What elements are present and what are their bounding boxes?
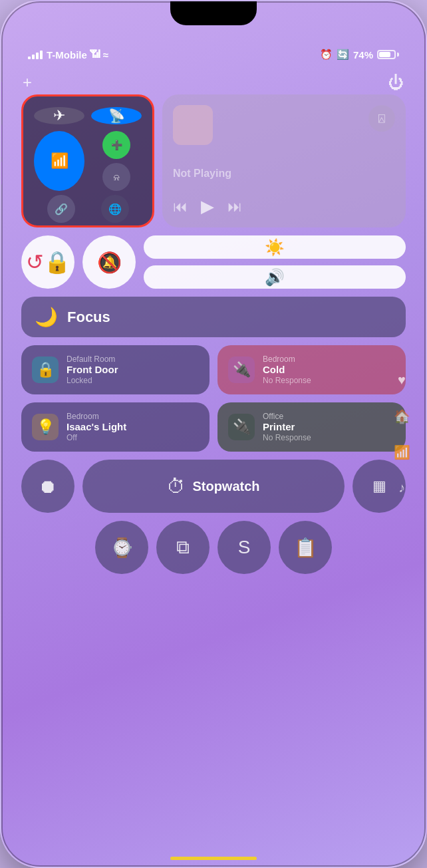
bedroom-cold-text: Bedroom Cold No Response — [263, 355, 395, 385]
brightness-icon: ☀️ — [265, 238, 285, 257]
bottom-row-1: ⏺ ⏱ Stopwatch ▦ — [21, 460, 406, 513]
media-tile[interactable]: ⍓ Not Playing ⏮ ▶ ⏭ — [162, 94, 406, 227]
wifi-button[interactable]: 📶 — [34, 131, 84, 191]
focus-label: Focus — [67, 309, 110, 326]
bedroom-light-room: Bedroom — [67, 412, 199, 421]
wifi-icon: 📶︎ — [90, 49, 100, 61]
airplay-icon: ⍓ — [378, 112, 385, 124]
stopwatch-button[interactable]: ⏱ Stopwatch — [82, 460, 345, 513]
bluetooth-icon: ⍾ — [114, 172, 119, 182]
front-door-icon: 🔒 — [32, 357, 59, 383]
silent-mode-button[interactable]: 🔕 — [82, 235, 136, 289]
airplane-icon: ✈ — [53, 107, 65, 124]
volume-slider[interactable]: 🔊 — [144, 265, 406, 289]
media-prev-button[interactable]: ⏮ — [173, 198, 188, 216]
media-next-button[interactable]: ⏭ — [227, 198, 242, 216]
front-door-name: Front Door — [67, 364, 199, 376]
lock-rotation-icon: 🔄 — [337, 49, 349, 61]
right-floating-sidebar: ♥ 🏠 📶 ♪ — [390, 368, 414, 500]
battery-tip — [397, 53, 399, 57]
volume-icon: 🔊 — [265, 268, 285, 287]
row-1: ✈ 📡 📶 ➕ ⍾ — [21, 94, 406, 227]
office-printer-icon: 🔌 — [228, 414, 255, 440]
bedroom-light-icon: 💡 — [32, 414, 59, 440]
office-printer-text: Office Printer No Response — [263, 412, 395, 442]
status-right: ⏰ 🔄 74% — [320, 49, 399, 61]
wifi-conn-icon: 📶 — [51, 152, 69, 170]
home-indicator — [170, 857, 257, 860]
shazam-button[interactable]: S — [217, 521, 271, 574]
airdrop-button[interactable]: 📡 — [91, 107, 142, 124]
rotation-lock-button[interactable]: ↺🔒 — [21, 235, 74, 289]
carrier-label: T-Mobile — [47, 49, 87, 61]
focus-tile[interactable]: 🌙 Focus — [21, 297, 406, 337]
media-controls: ⏮ ▶ ⏭ — [173, 196, 395, 217]
status-left: T-Mobile 📶︎ ≈ — [28, 49, 108, 61]
battery-body — [377, 50, 396, 59]
media-album-art — [173, 105, 213, 145]
focus-link-button[interactable]: 🔗 — [47, 195, 75, 223]
office-printer-status: No Response — [263, 433, 395, 442]
cellular-float-button[interactable]: 📶 — [390, 440, 414, 464]
screen-record-icon: ⏺ — [39, 476, 57, 498]
vpn-button[interactable]: 🌐 — [101, 195, 129, 223]
battery-indicator — [377, 50, 399, 59]
rotation-lock-icon: ↺🔒 — [26, 249, 71, 275]
mirror-icon: ⧉ — [176, 537, 190, 559]
office-printer-tile[interactable]: 🔌 Office Printer No Response — [217, 402, 406, 452]
focus-link-icon: 🔗 — [55, 203, 68, 216]
bluetooth-button[interactable]: ⍾ — [102, 163, 130, 191]
alarm-icon: ⏰ — [320, 49, 333, 61]
bedroom-cold-status: No Response — [263, 376, 395, 385]
add-control-button[interactable]: + — [23, 73, 32, 92]
signal-bars — [28, 51, 43, 59]
screen-record-button[interactable]: ⏺ — [21, 460, 74, 513]
shazam-icon: S — [238, 537, 251, 558]
bedroom-light-name: Isaac's Light — [67, 421, 199, 433]
stopwatch-icon: ⏱ — [167, 476, 186, 498]
media-top: ⍓ — [173, 105, 395, 145]
vpn-icon: 🌐 — [108, 203, 122, 216]
battery-fill — [379, 52, 390, 57]
bedroom-light-tile[interactable]: 💡 Bedroom Isaac's Light Off — [21, 402, 210, 452]
battery-pct-label: 74% — [353, 49, 373, 61]
music-icon: ♪ — [398, 480, 405, 496]
mirror-button[interactable]: ⧉ — [156, 521, 210, 574]
cellular-float-icon: 📶 — [394, 444, 410, 460]
home-row-1: 🔒 Default Room Front Door Locked 🔌 Bedro… — [21, 345, 406, 394]
health-icon: ♥ — [398, 372, 406, 388]
qr-icon: ▦ — [372, 478, 386, 495]
media-play-button[interactable]: ▶ — [201, 196, 214, 217]
bedroom-cold-name: Cold — [263, 364, 395, 376]
bedroom-cold-room: Bedroom — [263, 355, 395, 364]
front-door-room: Default Room — [67, 355, 199, 364]
airplay-button[interactable]: ⍓ — [368, 105, 395, 132]
phone-frame: T-Mobile 📶︎ ≈ ⏰ 🔄 74% + ⏻ — [0, 0, 427, 868]
health-button[interactable]: ♥ — [390, 368, 414, 392]
bottom-row-2: ⌚ ⧉ S 📋 — [21, 521, 406, 574]
top-controls-row: + ⏻ — [16, 73, 411, 92]
home-front-door-tile[interactable]: 🔒 Default Room Front Door Locked — [21, 345, 210, 394]
signal-bar-3 — [36, 53, 39, 59]
power-button[interactable]: ⏻ — [388, 73, 404, 92]
cellular-button[interactable]: ➕ — [102, 131, 130, 159]
media-title-label: Not Playing — [173, 168, 395, 180]
home-app-button[interactable]: 🏠 — [390, 404, 414, 428]
notch — [170, 1, 257, 25]
connectivity-tile: ✈ 📡 📶 ➕ ⍾ — [21, 94, 154, 227]
home-app-icon: 🏠 — [394, 408, 410, 424]
apple-watch-button[interactable]: ⌚ — [95, 521, 148, 574]
office-printer-name: Printer — [263, 421, 395, 433]
brightness-slider[interactable]: ☀️ — [144, 235, 406, 259]
quick-note-button[interactable]: 📋 — [279, 521, 332, 574]
bedroom-light-status: Off — [67, 433, 199, 442]
status-bar: T-Mobile 📶︎ ≈ ⏰ 🔄 74% — [16, 35, 411, 68]
office-printer-room: Office — [263, 412, 395, 421]
bedroom-cold-tile[interactable]: 🔌 Bedroom Cold No Response — [217, 345, 406, 394]
bedroom-light-text: Bedroom Isaac's Light Off — [67, 412, 199, 442]
airplane-mode-button[interactable]: ✈ — [34, 107, 84, 124]
music-button[interactable]: ♪ — [390, 476, 414, 500]
front-door-text: Default Room Front Door Locked — [67, 355, 199, 385]
signal-bar-4 — [40, 51, 43, 59]
quick-note-icon: 📋 — [294, 537, 317, 559]
